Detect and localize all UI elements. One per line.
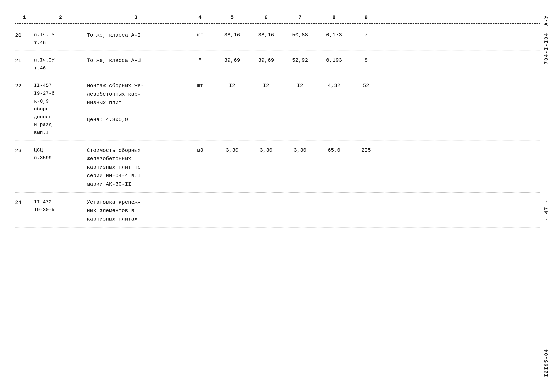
row-23-num: 23. bbox=[15, 146, 34, 155]
row-22-v6: I2 bbox=[249, 82, 283, 90]
row-20-desc: То же, класса А-I bbox=[87, 31, 185, 40]
row-23-desc: Стоимость сборныхжелезобетонныхкарнизных… bbox=[87, 146, 185, 189]
row-23-unit: м3 bbox=[185, 146, 215, 154]
row-21-v6: 39,69 bbox=[249, 56, 283, 64]
row-20-v8: 0,173 bbox=[317, 31, 351, 39]
row-21-v5: 39,69 bbox=[215, 56, 249, 64]
row-22-unit: шт bbox=[185, 82, 215, 90]
row-22-v9: 52 bbox=[351, 82, 381, 90]
row-24-num: 24. bbox=[15, 198, 34, 207]
row-20-code: п.Iч.IУт.46 bbox=[34, 31, 87, 47]
col-header-1: 1 bbox=[15, 14, 34, 22]
row-24-code: II-472I9-30-к bbox=[34, 198, 87, 214]
row-22-v5: I2 bbox=[215, 82, 249, 90]
row-23-v9: 2I5 bbox=[351, 146, 381, 154]
col-header-2: 2 bbox=[34, 14, 87, 22]
row-20-v5: 38,16 bbox=[215, 31, 249, 39]
right-labels: 704-I-I04 А-У · 47 · I2I95-04 bbox=[543, 11, 549, 381]
row-22-num: 22. bbox=[15, 82, 34, 90]
row-20-num: 20. bbox=[15, 31, 34, 39]
row-21-v8: 0,193 bbox=[317, 56, 351, 64]
row-22-v7: I2 bbox=[283, 82, 317, 90]
row-21-v9: 8 bbox=[351, 56, 381, 64]
col-header-4: 4 bbox=[185, 14, 215, 22]
row-21-num: 2I. bbox=[15, 56, 34, 65]
row-21-desc: То же, класса А-Ш bbox=[87, 56, 185, 65]
row-21-unit: " bbox=[185, 56, 215, 64]
col-header-3: 3 bbox=[87, 14, 185, 22]
row-22-v8: 4,32 bbox=[317, 82, 351, 90]
row-23-v8: 65,0 bbox=[317, 146, 351, 154]
table-header: 1 2 3 4 5 6 7 8 9 bbox=[15, 11, 540, 24]
col-header-8: 8 bbox=[317, 14, 351, 22]
right-label-47: · 47 · bbox=[543, 199, 549, 221]
row-24-desc: Установка крепеж-ных элементов вкарнизны… bbox=[87, 198, 185, 224]
col-header-5: 5 bbox=[215, 14, 249, 22]
right-label-704: 704-I-I04 А-У bbox=[543, 15, 549, 64]
page: 1 2 3 4 5 6 7 8 9 20. п.Iч.IУт.46 То же,… bbox=[0, 0, 555, 392]
row-20-unit: кг bbox=[185, 31, 215, 39]
row-23-v5: 3,30 bbox=[215, 146, 249, 154]
table-row: 22. II-457I9-27-бк-0,9сборн.дополн.и раз… bbox=[15, 76, 540, 141]
table-row: 24. II-472I9-30-к Установка крепеж-ных э… bbox=[15, 193, 540, 227]
row-21-code: п.Iч.IУт.46 bbox=[34, 56, 87, 72]
table-row: 23. ЦСЦп.3599 Стоимость сборныхжелезобет… bbox=[15, 141, 540, 193]
row-21-v7: 52,92 bbox=[283, 56, 317, 64]
row-20-v9: 7 bbox=[351, 31, 381, 39]
table-row: 20. п.Iч.IУт.46 То же, класса А-I кг 38,… bbox=[15, 25, 540, 51]
row-23-v6: 3,30 bbox=[249, 146, 283, 154]
row-22-desc: Монтаж сборных же-лезобетонных кар-низны… bbox=[87, 82, 185, 124]
col-header-6: 6 bbox=[249, 14, 283, 22]
table-row: 2I. п.Iч.IУт.46 То же, класса А-Ш " 39,6… bbox=[15, 51, 540, 76]
col-header-9: 9 bbox=[351, 14, 381, 22]
col-header-7: 7 bbox=[283, 14, 317, 22]
row-20-v7: 50,88 bbox=[283, 31, 317, 39]
right-label-2195: I2I95-04 bbox=[543, 349, 549, 377]
row-22-code: II-457I9-27-бк-0,9сборн.дополн.и разд.вы… bbox=[34, 82, 87, 137]
row-23-v7: 3,30 bbox=[283, 146, 317, 154]
row-23-code: ЦСЦп.3599 bbox=[34, 146, 87, 162]
row-20-v6: 38,16 bbox=[249, 31, 283, 39]
